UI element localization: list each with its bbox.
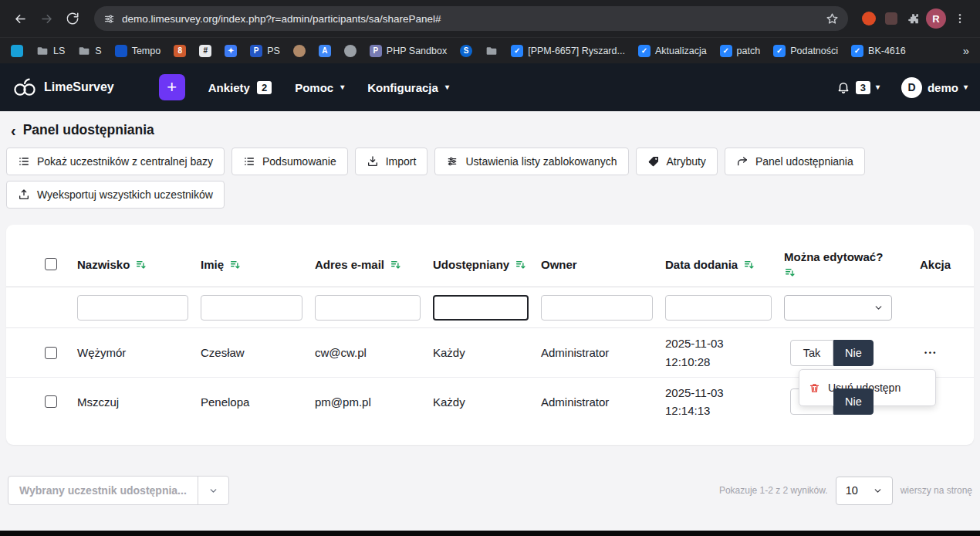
bookmark-item[interactable]: 8: [174, 45, 186, 57]
column-header-shared[interactable]: Udostępniany: [433, 258, 541, 271]
bookmark-star-icon[interactable]: [826, 12, 839, 25]
extensions-area: [857, 12, 924, 25]
toggle-yes-button[interactable]: Tak: [790, 340, 833, 366]
favicon: ✓: [773, 45, 786, 57]
bookmark-item[interactable]: ✓patch: [720, 45, 761, 57]
column-header-firstname[interactable]: Imię: [201, 258, 315, 271]
bookmark-item[interactable]: ✓[PPM-6657] Ryszard...: [511, 45, 625, 57]
favicon: ✓: [851, 45, 863, 57]
mass-action-dropdown-button[interactable]: Wybrany uczestnik udostępnia...: [8, 476, 229, 505]
bookmark-item[interactable]: PPS: [250, 45, 280, 57]
extensions-puzzle-icon[interactable]: [907, 12, 920, 25]
reload-button[interactable]: [60, 6, 85, 31]
bookmark-item[interactable]: ✓Aktualizacja: [638, 45, 707, 57]
cell-owner: Administrator: [541, 395, 665, 409]
bookmark-item[interactable]: S: [460, 45, 472, 57]
favicon: A: [319, 45, 331, 57]
bookmark-folder[interactable]: S: [78, 45, 101, 57]
bookmark-folder[interactable]: LS: [36, 45, 65, 57]
favicon: [115, 45, 127, 57]
chevron-down-icon[interactable]: [198, 477, 228, 504]
back-button[interactable]: [8, 6, 32, 31]
page-size-select[interactable]: 10: [836, 477, 893, 505]
export-all-participants-button[interactable]: Wyeksportuj wszystkich uczestników: [6, 181, 225, 209]
bookmark-item[interactable]: [293, 45, 306, 57]
summary-button[interactable]: Podsumowanie: [231, 148, 348, 175]
bookmark-item[interactable]: PPHP Sandbox: [370, 45, 447, 57]
table-filter-row: [6, 287, 974, 328]
page-title: Panel udostępniania: [23, 122, 154, 138]
user-menu[interactable]: D demo ▾: [901, 77, 968, 98]
toggle-no-button[interactable]: Nie: [833, 388, 874, 415]
chevron-down-icon: [874, 303, 884, 313]
browser-toolbar: demo.limesurvey.org/index.php?r=admin/pa…: [0, 0, 980, 37]
cell-date-added: 2025-11-03 12:10:28: [665, 334, 784, 371]
nav-help[interactable]: Pomoc ▾: [295, 81, 344, 94]
site-settings-icon[interactable]: [103, 13, 115, 25]
surveys-count-badge: 2: [257, 81, 272, 94]
row-actions-button[interactable]: •••: [924, 349, 961, 357]
import-icon: [367, 155, 379, 168]
favicon: [11, 45, 23, 57]
import-button[interactable]: Import: [355, 148, 428, 175]
filter-input-email[interactable]: [315, 295, 421, 321]
blocklist-settings-button[interactable]: Ustawienia listy zablokowanych: [434, 148, 628, 175]
results-summary: Pokazuje 1-2 z 2 wyników.: [719, 485, 828, 496]
column-header-email[interactable]: Adres e-mail: [315, 258, 433, 271]
limesurvey-logo[interactable]: LimeSurvey: [12, 77, 114, 98]
bookmark-item[interactable]: A: [319, 45, 331, 57]
share-panel-button[interactable]: Panel udostępniania: [725, 148, 865, 175]
column-header-owner[interactable]: Owner: [541, 258, 665, 271]
filter-input-date-added[interactable]: [665, 295, 772, 321]
list-icon: [243, 155, 255, 168]
browser-profile-avatar[interactable]: R: [926, 8, 946, 29]
filter-input-firstname[interactable]: [201, 295, 302, 321]
bookmark-item[interactable]: [11, 45, 23, 57]
column-header-lastname[interactable]: Nazwisko: [77, 258, 201, 271]
owl-logo-icon: [12, 77, 37, 98]
column-header-date-added[interactable]: Data dodania: [665, 258, 784, 271]
filter-input-shared[interactable]: [433, 295, 529, 321]
filter-input-lastname[interactable]: [77, 295, 188, 321]
bookmark-item[interactable]: ✦: [225, 45, 237, 57]
favicon: ✓: [638, 45, 651, 57]
filter-select-editable[interactable]: [784, 295, 892, 321]
nav-surveys[interactable]: Ankiety 2: [208, 81, 272, 94]
column-header-editable[interactable]: Można edytować?: [784, 250, 914, 278]
bookmark-item[interactable]: ✓BK-4616: [851, 45, 906, 57]
row-checkbox[interactable]: [45, 347, 57, 359]
favicon: ✓: [511, 45, 523, 57]
row-checkbox[interactable]: [45, 395, 57, 408]
url-text[interactable]: demo.limesurvey.org/index.php?r=admin/pa…: [122, 13, 819, 25]
adblock-extension-icon[interactable]: [862, 12, 876, 25]
notifications-count-badge: 3: [856, 81, 870, 94]
nav-configuration[interactable]: Konfiguracja ▾: [367, 81, 449, 94]
favicon: #: [199, 45, 211, 57]
bookmark-item[interactable]: [344, 45, 357, 57]
browser-menu-icon[interactable]: [948, 6, 972, 31]
select-all-checkbox[interactable]: [45, 258, 57, 270]
trash-icon: [809, 382, 820, 394]
show-central-participants-button[interactable]: Pokaż uczestników z centralnej bazy: [6, 148, 225, 175]
forward-button[interactable]: [34, 6, 59, 31]
cell-owner: Administrator: [541, 346, 665, 359]
extension-icon[interactable]: [885, 12, 897, 25]
cell-shared: Każdy: [433, 346, 541, 359]
bookmark-item[interactable]: #: [199, 45, 211, 57]
bookmarks-overflow-chevron[interactable]: »: [963, 44, 969, 57]
filter-input-owner[interactable]: [541, 295, 653, 321]
bookmark-item[interactable]: ✓Podatności: [773, 45, 838, 57]
sort-icon: [743, 259, 755, 270]
sort-icon: [135, 259, 147, 270]
bookmark-item[interactable]: Tempo: [115, 45, 161, 57]
cell-firstname: Penelopa: [201, 395, 315, 409]
sliders-icon: [446, 155, 458, 168]
toggle-no-button[interactable]: Nie: [833, 340, 874, 366]
address-bar[interactable]: demo.limesurvey.org/index.php?r=admin/pa…: [94, 6, 848, 31]
back-link-chevron[interactable]: ‹: [11, 123, 16, 138]
notifications-menu[interactable]: 3 ▾: [836, 80, 880, 94]
create-survey-button[interactable]: +: [159, 74, 185, 100]
attributes-button[interactable]: Atrybuty: [636, 148, 718, 175]
bookmark-folder[interactable]: [485, 45, 498, 57]
sort-icon: [390, 259, 401, 270]
